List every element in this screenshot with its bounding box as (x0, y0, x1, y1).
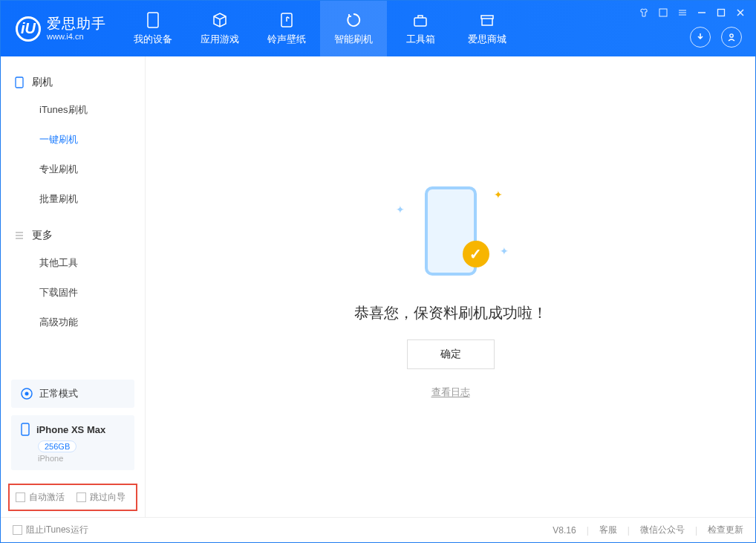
section-label: 刷机 (32, 76, 53, 89)
square-icon[interactable] (657, 7, 669, 19)
body: 刷机 iTunes刷机 一键刷机 专业刷机 批量刷机 更多 其他工具 下载固件 … (1, 56, 755, 517)
tab-label: 应用游戏 (201, 33, 239, 46)
toolbox-icon (411, 11, 429, 29)
download-button[interactable] (690, 27, 711, 48)
mode-label: 正常模式 (39, 387, 78, 400)
success-illustration: ✦ ✦ ✦ ✓ (391, 175, 510, 287)
window-controls (638, 7, 746, 19)
svg-rect-6 (16, 77, 23, 88)
separator: | (628, 525, 630, 536)
svg-point-5 (730, 34, 733, 37)
app-window: iU 爱思助手 www.i4.cn 我的设备 应用游戏 铃声壁纸 智能刷机 (0, 0, 756, 543)
svg-rect-4 (718, 10, 725, 16)
ok-button[interactable]: 确定 (407, 339, 495, 369)
device-icon (20, 423, 30, 436)
section-label: 更多 (32, 229, 53, 242)
checkbox-icon (76, 492, 86, 502)
footer-right: V8.16 | 客服 | 微信公众号 | 检查更新 (553, 524, 743, 536)
checkbox-label: 阻止iTunes运行 (26, 524, 88, 536)
sidebar-item-batch-flash[interactable]: 批量刷机 (1, 184, 145, 214)
refresh-shield-icon (345, 11, 362, 29)
sidebar-section-flash: 刷机 (1, 70, 145, 95)
user-button[interactable] (721, 27, 742, 48)
store-icon (478, 11, 496, 29)
tab-store[interactable]: 爱思商城 (454, 1, 521, 56)
version-label: V8.16 (553, 525, 576, 536)
tshirt-icon[interactable] (638, 7, 650, 19)
success-message: 恭喜您，保资料刷机成功啦！ (354, 303, 547, 323)
checkbox-icon (13, 525, 22, 535)
tab-label: 智能刷机 (334, 33, 373, 46)
main-content: ✦ ✦ ✦ ✓ 恭喜您，保资料刷机成功啦！ 确定 查看日志 (146, 56, 755, 517)
sidebar-item-other-tools[interactable]: 其他工具 (1, 248, 145, 278)
sidebar: 刷机 iTunes刷机 一键刷机 专业刷机 批量刷机 更多 其他工具 下载固件 … (1, 56, 146, 517)
svg-rect-2 (414, 18, 426, 26)
svg-rect-9 (22, 423, 29, 435)
logo-area: iU 爱思助手 www.i4.cn (1, 1, 120, 56)
sidebar-item-advanced[interactable]: 高级功能 (1, 308, 145, 337)
brand-url: www.i4.cn (47, 32, 106, 41)
sidebar-item-itunes-flash[interactable]: iTunes刷机 (1, 95, 145, 125)
support-link[interactable]: 客服 (599, 524, 617, 536)
header: iU 爱思助手 www.i4.cn 我的设备 应用游戏 铃声壁纸 智能刷机 (1, 1, 755, 56)
device-name-row: iPhone XS Max (20, 423, 126, 436)
mode-icon (20, 387, 33, 400)
svg-rect-3 (659, 9, 667, 16)
tab-apps[interactable]: 应用游戏 (186, 1, 253, 56)
tab-toolbox[interactable]: 工具箱 (387, 1, 454, 56)
highlighted-options: 自动激活 跳过向导 (8, 484, 137, 511)
device-box[interactable]: iPhone XS Max 256GB iPhone (11, 415, 134, 470)
checkbox-auto-activate[interactable]: 自动激活 (16, 491, 65, 504)
music-file-icon (278, 11, 296, 29)
cube-icon (211, 11, 229, 29)
tab-label: 爱思商城 (468, 33, 506, 46)
svg-point-8 (25, 392, 29, 396)
header-action-circles (690, 27, 742, 48)
nav-tabs: 我的设备 应用游戏 铃声壁纸 智能刷机 工具箱 爱思商城 (120, 1, 521, 56)
maximize-icon[interactable] (715, 7, 727, 19)
logo-icon: iU (16, 16, 41, 42)
sidebar-item-pro-flash[interactable]: 专业刷机 (1, 155, 145, 184)
tab-label: 铃声壁纸 (267, 33, 306, 46)
separator: | (695, 525, 697, 536)
menu-icon[interactable] (677, 7, 688, 19)
checkbox-icon (16, 492, 25, 502)
tab-ringtones[interactable]: 铃声壁纸 (253, 1, 320, 56)
view-log-link[interactable]: 查看日志 (431, 386, 470, 399)
tab-label: 工具箱 (406, 33, 435, 46)
sidebar-section-more: 更多 (1, 223, 145, 248)
brand-name: 爱思助手 (47, 16, 106, 32)
list-icon (14, 230, 25, 241)
check-update-link[interactable]: 检查更新 (708, 524, 743, 536)
footer: 阻止iTunes运行 V8.16 | 客服 | 微信公众号 | 检查更新 (1, 517, 755, 542)
sparkle-icon: ✦ (494, 189, 503, 201)
wechat-link[interactable]: 微信公众号 (640, 524, 685, 536)
sidebar-item-onekey-flash[interactable]: 一键刷机 (1, 125, 145, 155)
separator: | (587, 525, 589, 536)
device-name: iPhone XS Max (36, 424, 105, 435)
checkbox-label: 自动激活 (29, 491, 65, 504)
mode-box[interactable]: 正常模式 (11, 380, 134, 408)
phone-small-icon (14, 77, 25, 88)
check-badge-icon: ✓ (463, 241, 489, 267)
tab-my-device[interactable]: 我的设备 (120, 1, 186, 56)
brand-text: 爱思助手 www.i4.cn (47, 16, 106, 41)
footer-left: 阻止iTunes运行 (13, 524, 88, 536)
close-icon[interactable] (734, 7, 746, 19)
device-type: iPhone (38, 454, 126, 463)
minimize-icon[interactable] (696, 7, 708, 19)
sparkle-icon: ✦ (396, 204, 405, 215)
capacity-badge: 256GB (38, 440, 76, 452)
checkbox-label: 跳过向导 (90, 491, 126, 504)
checkbox-skip-guide[interactable]: 跳过向导 (76, 491, 126, 504)
svg-rect-0 (148, 13, 158, 27)
sidebar-item-download-firmware[interactable]: 下载固件 (1, 278, 145, 308)
checkbox-block-itunes[interactable]: 阻止iTunes运行 (13, 524, 88, 536)
sparkle-icon: ✦ (500, 245, 509, 257)
phone-icon (144, 11, 162, 29)
tab-label: 我的设备 (134, 33, 172, 46)
tab-smart-flash[interactable]: 智能刷机 (320, 1, 387, 56)
